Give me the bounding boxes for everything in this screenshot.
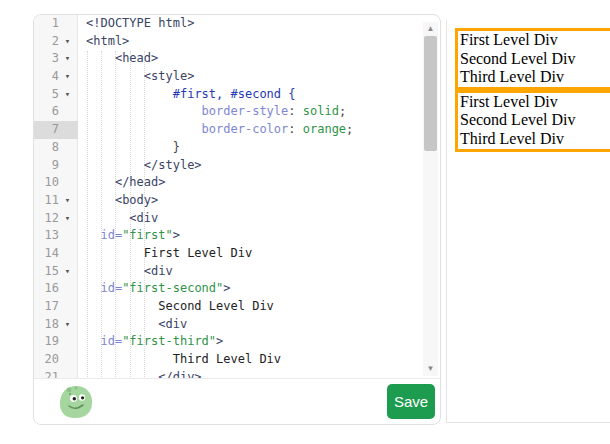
line-number: 3 <box>34 50 59 68</box>
code-text[interactable]: <body> <box>78 192 158 210</box>
code-line[interactable]: 18▾ <div <box>34 316 440 334</box>
fold-arrow-icon[interactable]: ▾ <box>59 86 76 104</box>
line-number: 16 <box>34 280 59 298</box>
code-text[interactable]: #first, #second { <box>78 86 296 104</box>
fold-spacer <box>59 103 76 121</box>
line-number: 20 <box>34 351 59 369</box>
fold-spacer <box>59 351 76 369</box>
fold-arrow-icon[interactable]: ▾ <box>59 192 76 210</box>
code-text[interactable]: <div <box>78 210 158 228</box>
scrollbar-down-icon[interactable]: ▼ <box>423 362 438 376</box>
code-text[interactable]: border-color: orange; <box>78 121 353 139</box>
scrollbar-thumb[interactable] <box>424 36 437 151</box>
fold-arrow-icon[interactable]: ▾ <box>59 50 76 68</box>
fold-spacer <box>59 15 76 33</box>
code-text[interactable]: Second Level Div <box>78 298 274 316</box>
line-number: 2 <box>34 33 59 51</box>
preview-text-line: Second Level Div <box>460 111 610 130</box>
code-text[interactable]: <style> <box>78 68 194 86</box>
code-line[interactable]: 14 First Level Div <box>34 245 440 263</box>
code-line[interactable]: 9 </style> <box>34 157 440 175</box>
gutter-cell: 9 <box>34 157 78 175</box>
code-line[interactable]: 11▾ <body> <box>34 192 440 210</box>
code-text[interactable]: id="first"> <box>78 227 180 245</box>
code-line[interactable]: 19 id="first-third"> <box>34 333 440 351</box>
code-line[interactable]: 3▾ <head> <box>34 50 440 68</box>
code-line[interactable]: 16 id="first-second"> <box>34 280 440 298</box>
code-text[interactable]: <div <box>78 263 173 281</box>
line-number: 18 <box>34 316 59 334</box>
code-text[interactable]: Third Level Div <box>78 351 281 369</box>
code-text[interactable]: <!DOCTYPE html> <box>78 15 194 33</box>
code-text[interactable]: First Level Div <box>78 245 252 263</box>
line-number: 10 <box>34 174 59 192</box>
code-line[interactable]: 12▾ <div <box>34 210 440 228</box>
code-text[interactable]: </style> <box>78 157 202 175</box>
save-button[interactable]: Save <box>387 384 435 419</box>
fold-arrow-icon[interactable]: ▾ <box>59 68 76 86</box>
line-number: 15 <box>34 263 59 281</box>
fold-spacer <box>59 245 76 263</box>
code-line[interactable]: 2▾<html> <box>34 33 440 51</box>
line-number: 11 <box>34 192 59 210</box>
gutter-cell: 14 <box>34 245 78 263</box>
gutter-cell: 4▾ <box>34 68 78 86</box>
code-line[interactable]: 10 </head> <box>34 174 440 192</box>
gutter-cell: 19 <box>34 333 78 351</box>
fold-spacer <box>59 227 76 245</box>
gutter-cell: 15▾ <box>34 263 78 281</box>
code-editor-panel: 1<!DOCTYPE html>2▾<html>3▾ <head>4▾ <sty… <box>33 14 441 425</box>
preview-text-line: First Level Div <box>460 31 610 50</box>
gutter-cell: 7 <box>34 121 78 139</box>
line-number: 13 <box>34 227 59 245</box>
gutter-cell: 10 <box>34 174 78 192</box>
code-line[interactable]: 7 border-color: orange; <box>34 121 440 139</box>
preview-text-line: Second Level Div <box>460 50 610 69</box>
fold-arrow-icon[interactable]: ▾ <box>59 263 76 281</box>
code-text[interactable]: id="first-third"> <box>78 333 223 351</box>
editor-scrollbar[interactable]: ▲ ▼ <box>423 22 438 376</box>
code-line[interactable]: 1<!DOCTYPE html> <box>34 15 440 33</box>
line-number: 17 <box>34 298 59 316</box>
code-text[interactable]: <html> <box>78 33 129 51</box>
code-line[interactable]: 4▾ <style> <box>34 68 440 86</box>
line-number: 6 <box>34 103 59 121</box>
gutter-cell: 8 <box>34 139 78 157</box>
code-line[interactable]: 8 } <box>34 139 440 157</box>
mascot-avatar-icon[interactable] <box>56 383 96 421</box>
fold-arrow-icon[interactable]: ▾ <box>59 316 76 334</box>
gutter-cell: 6 <box>34 103 78 121</box>
code-text[interactable]: </head> <box>78 174 165 192</box>
fold-spacer <box>59 280 76 298</box>
code-text[interactable]: <div <box>78 316 187 334</box>
line-number: 7 <box>34 121 59 139</box>
code-text[interactable]: } <box>78 139 180 157</box>
line-number: 9 <box>34 157 59 175</box>
code-text[interactable]: border-style: solid; <box>78 103 346 121</box>
fold-spacer <box>59 174 76 192</box>
line-number: 12 <box>34 210 59 228</box>
code-line[interactable]: 15▾ <div <box>34 263 440 281</box>
fold-arrow-icon[interactable]: ▾ <box>59 33 76 51</box>
line-number: 5 <box>34 86 59 104</box>
code-line[interactable]: 17 Second Level Div <box>34 298 440 316</box>
preview-second-div: First Level Div Second Level Div Third L… <box>455 90 610 152</box>
line-number: 19 <box>34 333 59 351</box>
preview-first-div: First Level Div Second Level Div Third L… <box>455 28 610 90</box>
line-number: 1 <box>34 15 59 33</box>
fold-spacer <box>59 298 76 316</box>
code-text[interactable]: <head> <box>78 50 158 68</box>
code-editor[interactable]: 1<!DOCTYPE html>2▾<html>3▾ <head>4▾ <sty… <box>34 15 440 379</box>
code-line[interactable]: 20 Third Level Div <box>34 351 440 369</box>
code-line[interactable]: 5▾ #first, #second { <box>34 86 440 104</box>
scrollbar-up-icon[interactable]: ▲ <box>423 22 438 36</box>
editor-footer-bar: Save <box>34 378 440 424</box>
fold-spacer <box>59 121 76 139</box>
code-text[interactable]: id="first-second"> <box>78 280 231 298</box>
code-line[interactable]: 13 id="first"> <box>34 227 440 245</box>
gutter-cell: 17 <box>34 298 78 316</box>
code-line[interactable]: 6 border-style: solid; <box>34 103 440 121</box>
gutter-cell: 11▾ <box>34 192 78 210</box>
fold-arrow-icon[interactable]: ▾ <box>59 210 76 228</box>
line-number: 8 <box>34 139 59 157</box>
